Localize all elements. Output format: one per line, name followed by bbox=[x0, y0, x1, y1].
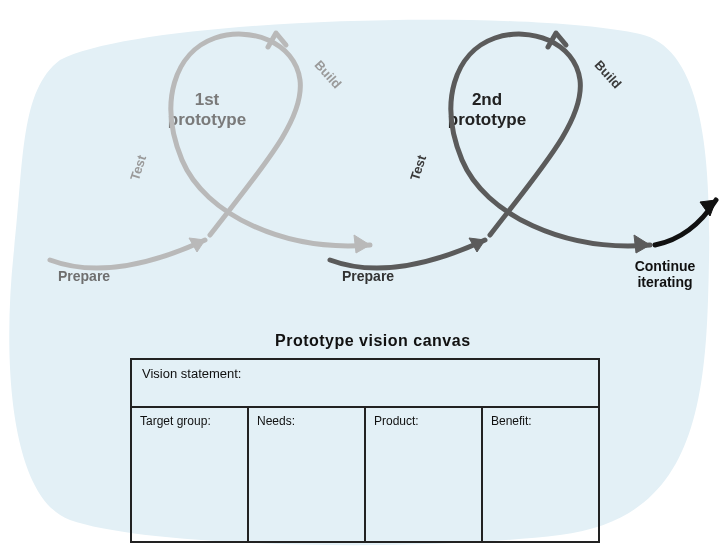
col-target-group: Target group: bbox=[132, 408, 249, 541]
cycle-1-arrows bbox=[50, 33, 370, 268]
canvas-columns: Target group: Needs: Product: Benefit: bbox=[132, 408, 598, 541]
vision-statement-label: Vision statement: bbox=[142, 366, 241, 381]
cycle-2-arrows bbox=[330, 33, 650, 268]
vision-statement-row: Vision statement: bbox=[132, 360, 598, 408]
col-needs: Needs: bbox=[249, 408, 366, 541]
diagram-root: 1st prototype Build Test Prepare 2nd pro… bbox=[0, 0, 720, 559]
continue-arrow bbox=[655, 200, 716, 245]
prototype-vision-canvas: Vision statement: Target group: Needs: P… bbox=[130, 358, 600, 543]
col-benefit-label: Benefit: bbox=[491, 414, 532, 428]
col-benefit: Benefit: bbox=[483, 408, 598, 541]
col-product-label: Product: bbox=[374, 414, 419, 428]
col-target-group-label: Target group: bbox=[140, 414, 211, 428]
col-product: Product: bbox=[366, 408, 483, 541]
col-needs-label: Needs: bbox=[257, 414, 295, 428]
